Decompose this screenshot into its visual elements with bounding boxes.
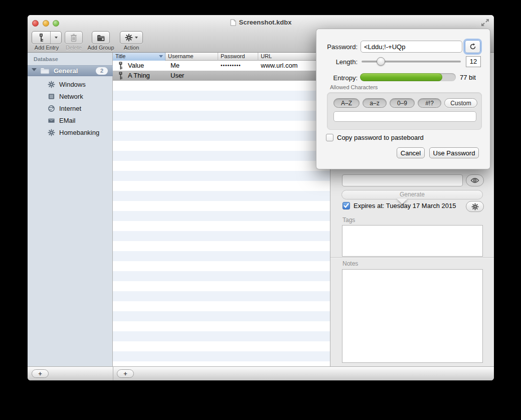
trash-icon	[70, 34, 77, 42]
key-icon	[38, 33, 44, 42]
copy-password-row: Copy password to pasteboard	[326, 134, 424, 141]
column-header-password[interactable]: Password	[218, 53, 258, 61]
add-entry-dropdown-segment[interactable]	[51, 32, 62, 44]
charset-symbols-button[interactable]: #!?	[418, 98, 441, 108]
gear-icon	[125, 34, 133, 42]
custom-characters-field[interactable]	[333, 111, 476, 122]
sidebar-section-header: Database	[34, 56, 58, 62]
table-header: Title Username Password URL N	[113, 53, 330, 61]
document-icon	[230, 19, 236, 28]
refresh-icon	[469, 43, 476, 50]
charset-lowercase-button[interactable]: a–z	[363, 98, 387, 108]
cell-password-masked: •••••••••	[221, 61, 258, 71]
copy-password-checkbox[interactable]	[326, 134, 333, 141]
charset-digits-button[interactable]: 0–9	[390, 98, 415, 108]
entropy-meter-fill	[360, 73, 442, 81]
length-value-field[interactable]: 12	[466, 56, 481, 67]
popover-arrow	[397, 198, 408, 204]
add-entry-label: Add Entry	[32, 45, 62, 51]
sidebar-item-email[interactable]: EMail	[28, 114, 113, 126]
window-title-row: Screenshot.kdbx	[28, 19, 494, 28]
folder-plus-icon	[97, 34, 105, 42]
password-label: Password:	[319, 43, 358, 51]
chevron-down-icon	[135, 37, 138, 39]
sidebar-group-general[interactable]: General 2	[28, 65, 113, 76]
fullscreen-icon[interactable]	[481, 19, 489, 27]
allowed-characters-box: A–Z a–z 0–9 #!? Custom	[327, 92, 482, 130]
tags-label: Tags	[342, 217, 355, 224]
regenerate-button[interactable]	[465, 40, 480, 53]
column-header-username[interactable]: Username	[165, 53, 218, 61]
entropy-meter	[360, 73, 456, 81]
add-entry-button[interactable]	[32, 31, 62, 44]
sidebar-item-label: Homebanking	[59, 129, 99, 136]
show-password-button[interactable]	[466, 174, 484, 186]
use-password-button[interactable]: Use Password	[429, 147, 479, 158]
cell-title: A Thing	[128, 71, 165, 81]
sidebar-group-label: General	[54, 67, 78, 75]
notes-label: Notes	[342, 260, 358, 267]
notes-field[interactable]	[342, 269, 483, 363]
action-button[interactable]	[120, 31, 143, 44]
table-row-selected[interactable]: A Thing User	[113, 71, 330, 81]
action-label: Action	[120, 45, 143, 51]
table-background-stripes	[113, 81, 330, 366]
sidebar-item-homebanking[interactable]: Homebanking	[28, 126, 113, 138]
bottom-bar: + +	[28, 366, 494, 380]
cancel-button[interactable]: Cancel	[397, 147, 425, 158]
allowed-characters-label: Allowed Characters	[330, 84, 378, 90]
disclosure-triangle-icon[interactable]	[32, 68, 37, 74]
key-icon	[118, 72, 123, 80]
add-entry-plus-button[interactable]: +	[117, 369, 134, 378]
sort-descending-icon	[159, 55, 163, 58]
entropy-value: 77 bit	[460, 74, 476, 81]
length-slider-knob[interactable]	[377, 57, 385, 66]
copy-password-label: Copy password to pasteboard	[337, 134, 424, 141]
password-generator-popover: Password: Length: 12 Entropy: 77 bit All…	[316, 29, 490, 169]
delete-button[interactable]	[65, 31, 83, 44]
sidebar-item-network[interactable]: Network	[28, 90, 113, 102]
globe-icon	[48, 105, 55, 112]
cell-username: Me	[170, 61, 218, 71]
entry-count-badge: 2	[96, 67, 108, 75]
generated-password-field[interactable]	[361, 41, 462, 53]
folder-icon	[40, 67, 50, 74]
charset-uppercase-button[interactable]: A–Z	[333, 98, 360, 108]
network-icon	[48, 93, 55, 100]
chevron-down-icon	[55, 37, 58, 39]
add-group-button[interactable]	[92, 31, 110, 44]
sidebar-item-label: Network	[59, 93, 83, 100]
delete-label: Delete	[61, 45, 87, 51]
cell-username: User	[170, 71, 218, 81]
expires-checkbox[interactable]	[342, 202, 350, 209]
sidebar-item-internet[interactable]: Internet	[28, 102, 113, 114]
sidebar-item-windows[interactable]: Windows	[28, 78, 113, 90]
sidebar-item-label: EMail	[59, 117, 76, 124]
gear-icon	[471, 203, 479, 211]
sidebar-item-label: Windows	[59, 81, 86, 88]
entry-table: Title Username Password URL N Value Me •…	[113, 53, 330, 366]
length-slider[interactable]	[362, 61, 461, 63]
sidebar: Database General 2 Windows Network	[28, 53, 113, 366]
add-entry-main-segment[interactable]	[32, 32, 51, 44]
expires-options-button[interactable]	[466, 201, 484, 212]
add-group-plus-button[interactable]: +	[32, 369, 49, 378]
table-row[interactable]: Value Me ••••••••• www.url.com	[113, 61, 330, 71]
key-icon	[118, 62, 123, 70]
tags-field[interactable]	[342, 225, 483, 257]
charset-custom-button[interactable]: Custom	[444, 98, 477, 108]
entropy-label: Entropy:	[319, 74, 358, 82]
bottom-bar-divider	[113, 367, 113, 380]
envelope-icon	[48, 117, 55, 124]
gear-icon	[48, 81, 55, 88]
column-header-title[interactable]: Title	[113, 53, 165, 61]
gear-icon	[48, 129, 55, 136]
sidebar-item-label: Internet	[59, 105, 81, 112]
panel-separator	[330, 257, 494, 258]
generate-button[interactable]: Generate	[341, 190, 483, 199]
cell-title: Value	[128, 61, 165, 71]
add-group-label: Add Group	[87, 45, 115, 51]
entry-password-field[interactable]	[342, 174, 463, 186]
eye-icon	[470, 177, 479, 183]
window-title: Screenshot.kdbx	[239, 19, 292, 26]
